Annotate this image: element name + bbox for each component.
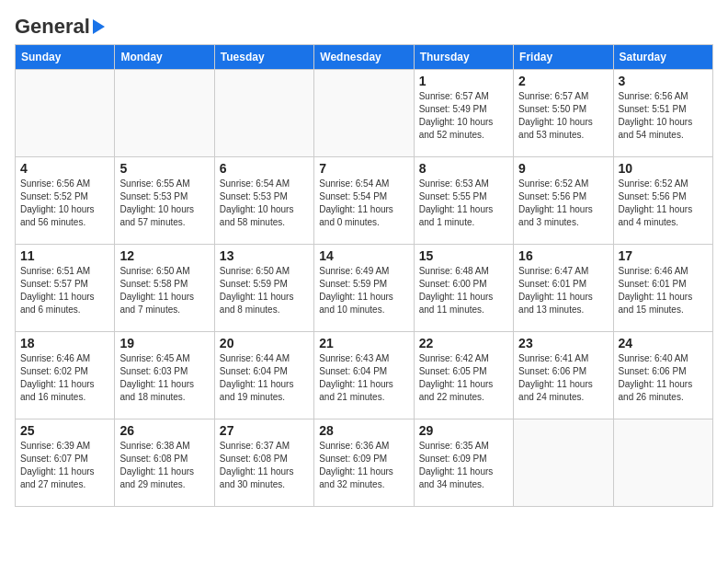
day-info: Sunrise: 6:53 AMSunset: 5:55 PMDaylight:… <box>419 178 508 229</box>
calendar-cell: 14Sunrise: 6:49 AMSunset: 5:59 PMDayligh… <box>314 245 414 332</box>
day-number: 9 <box>518 161 608 176</box>
calendar-cell: 1Sunrise: 6:57 AMSunset: 5:49 PMDaylight… <box>414 70 513 157</box>
weekday-header: Sunday <box>16 45 115 70</box>
day-number: 14 <box>319 248 408 263</box>
day-info: Sunrise: 6:49 AMSunset: 5:59 PMDaylight:… <box>319 265 408 316</box>
day-number: 2 <box>518 74 608 88</box>
calendar-cell: 28Sunrise: 6:36 AMSunset: 6:09 PMDayligh… <box>314 419 414 507</box>
day-info: Sunrise: 6:56 AMSunset: 5:52 PMDaylight:… <box>20 178 109 229</box>
calendar-cell: 27Sunrise: 6:37 AMSunset: 6:08 PMDayligh… <box>214 419 313 507</box>
day-info: Sunrise: 6:46 AMSunset: 6:02 PMDaylight:… <box>20 352 109 404</box>
calendar-cell <box>314 70 414 157</box>
day-number: 15 <box>419 248 508 263</box>
calendar-cell: 26Sunrise: 6:38 AMSunset: 6:08 PMDayligh… <box>115 419 214 507</box>
calendar-cell: 4Sunrise: 6:56 AMSunset: 5:52 PMDaylight… <box>16 157 115 245</box>
calendar-cell: 13Sunrise: 6:50 AMSunset: 5:59 PMDayligh… <box>214 245 313 332</box>
calendar-cell: 10Sunrise: 6:52 AMSunset: 5:56 PMDayligh… <box>613 157 712 245</box>
calendar-cell: 17Sunrise: 6:46 AMSunset: 6:01 PMDayligh… <box>613 245 712 332</box>
day-number: 19 <box>119 336 209 350</box>
calendar-cell: 15Sunrise: 6:48 AMSunset: 6:00 PMDayligh… <box>414 245 513 332</box>
calendar-week-row: 11Sunrise: 6:51 AMSunset: 5:57 PMDayligh… <box>16 245 713 332</box>
day-number: 5 <box>119 161 209 176</box>
day-info: Sunrise: 6:48 AMSunset: 6:00 PMDaylight:… <box>419 265 508 316</box>
calendar-cell: 9Sunrise: 6:52 AMSunset: 5:56 PMDaylight… <box>514 157 613 245</box>
day-info: Sunrise: 6:46 AMSunset: 6:01 PMDaylight:… <box>619 265 708 316</box>
calendar-cell: 22Sunrise: 6:42 AMSunset: 6:05 PMDayligh… <box>414 332 513 419</box>
day-number: 3 <box>619 74 708 88</box>
calendar-cell: 3Sunrise: 6:56 AMSunset: 5:51 PMDaylight… <box>613 70 712 157</box>
day-number: 20 <box>220 336 309 350</box>
day-number: 6 <box>220 161 309 176</box>
day-info: Sunrise: 6:54 AMSunset: 5:53 PMDaylight:… <box>220 178 309 229</box>
calendar-cell: 6Sunrise: 6:54 AMSunset: 5:53 PMDaylight… <box>214 157 313 245</box>
day-info: Sunrise: 6:54 AMSunset: 5:54 PMDaylight:… <box>319 178 408 229</box>
day-info: Sunrise: 6:50 AMSunset: 5:58 PMDaylight:… <box>119 265 209 316</box>
day-number: 7 <box>319 161 408 176</box>
day-info: Sunrise: 6:37 AMSunset: 6:08 PMDaylight:… <box>220 440 309 491</box>
day-info: Sunrise: 6:45 AMSunset: 6:03 PMDaylight:… <box>119 352 209 404</box>
calendar-cell: 16Sunrise: 6:47 AMSunset: 6:01 PMDayligh… <box>514 245 613 332</box>
calendar-cell: 7Sunrise: 6:54 AMSunset: 5:54 PMDaylight… <box>314 157 414 245</box>
page-header: General <box>15 15 713 35</box>
day-info: Sunrise: 6:39 AMSunset: 6:07 PMDaylight:… <box>20 440 109 491</box>
weekday-header: Friday <box>514 45 613 70</box>
calendar-cell: 23Sunrise: 6:41 AMSunset: 6:06 PMDayligh… <box>514 332 613 419</box>
day-info: Sunrise: 6:51 AMSunset: 5:57 PMDaylight:… <box>20 265 109 316</box>
day-info: Sunrise: 6:41 AMSunset: 6:06 PMDaylight:… <box>518 352 608 404</box>
day-info: Sunrise: 6:35 AMSunset: 6:09 PMDaylight:… <box>419 440 508 491</box>
day-number: 22 <box>419 336 508 350</box>
day-number: 23 <box>518 336 608 350</box>
calendar-cell: 24Sunrise: 6:40 AMSunset: 6:06 PMDayligh… <box>613 332 712 419</box>
logo-arrow-icon <box>93 19 105 34</box>
day-number: 18 <box>20 336 109 350</box>
day-info: Sunrise: 6:52 AMSunset: 5:56 PMDaylight:… <box>619 178 708 229</box>
day-number: 16 <box>518 248 608 263</box>
day-info: Sunrise: 6:47 AMSunset: 6:01 PMDaylight:… <box>518 265 608 316</box>
day-number: 10 <box>619 161 708 176</box>
day-number: 21 <box>319 336 408 350</box>
calendar-week-row: 25Sunrise: 6:39 AMSunset: 6:07 PMDayligh… <box>16 419 713 507</box>
day-info: Sunrise: 6:52 AMSunset: 5:56 PMDaylight:… <box>518 178 608 229</box>
calendar-cell <box>613 419 712 507</box>
calendar-week-row: 4Sunrise: 6:56 AMSunset: 5:52 PMDaylight… <box>16 157 713 245</box>
day-number: 1 <box>419 74 508 88</box>
day-number: 13 <box>220 248 309 263</box>
day-info: Sunrise: 6:55 AMSunset: 5:53 PMDaylight:… <box>119 178 209 229</box>
weekday-header: Tuesday <box>214 45 313 70</box>
logo-general: General <box>15 15 90 39</box>
calendar-cell: 19Sunrise: 6:45 AMSunset: 6:03 PMDayligh… <box>115 332 214 419</box>
calendar-cell: 21Sunrise: 6:43 AMSunset: 6:04 PMDayligh… <box>314 332 414 419</box>
logo: General <box>15 15 105 35</box>
calendar-header-row: SundayMondayTuesdayWednesdayThursdayFrid… <box>16 45 713 70</box>
day-number: 4 <box>20 161 109 176</box>
weekday-header: Wednesday <box>314 45 414 70</box>
calendar-week-row: 1Sunrise: 6:57 AMSunset: 5:49 PMDaylight… <box>16 70 713 157</box>
calendar-cell: 18Sunrise: 6:46 AMSunset: 6:02 PMDayligh… <box>16 332 115 419</box>
weekday-header: Monday <box>115 45 214 70</box>
calendar-cell <box>115 70 214 157</box>
day-number: 26 <box>119 423 209 438</box>
day-info: Sunrise: 6:40 AMSunset: 6:06 PMDaylight:… <box>619 352 708 404</box>
calendar-cell <box>214 70 313 157</box>
day-info: Sunrise: 6:56 AMSunset: 5:51 PMDaylight:… <box>619 90 708 142</box>
calendar-cell <box>16 70 115 157</box>
calendar-cell: 2Sunrise: 6:57 AMSunset: 5:50 PMDaylight… <box>514 70 613 157</box>
calendar-cell: 20Sunrise: 6:44 AMSunset: 6:04 PMDayligh… <box>214 332 313 419</box>
day-info: Sunrise: 6:42 AMSunset: 6:05 PMDaylight:… <box>419 352 508 404</box>
day-number: 8 <box>419 161 508 176</box>
day-info: Sunrise: 6:38 AMSunset: 6:08 PMDaylight:… <box>119 440 209 491</box>
day-info: Sunrise: 6:43 AMSunset: 6:04 PMDaylight:… <box>319 352 408 404</box>
day-number: 12 <box>119 248 209 263</box>
calendar-table: SundayMondayTuesdayWednesdayThursdayFrid… <box>15 44 713 507</box>
day-number: 11 <box>20 248 109 263</box>
day-number: 25 <box>20 423 109 438</box>
calendar-cell: 5Sunrise: 6:55 AMSunset: 5:53 PMDaylight… <box>115 157 214 245</box>
day-number: 29 <box>419 423 508 438</box>
day-number: 28 <box>319 423 408 438</box>
weekday-header: Thursday <box>414 45 513 70</box>
calendar-cell: 29Sunrise: 6:35 AMSunset: 6:09 PMDayligh… <box>414 419 513 507</box>
day-info: Sunrise: 6:44 AMSunset: 6:04 PMDaylight:… <box>220 352 309 404</box>
day-info: Sunrise: 6:57 AMSunset: 5:50 PMDaylight:… <box>518 90 608 142</box>
day-number: 27 <box>220 423 309 438</box>
day-number: 17 <box>619 248 708 263</box>
